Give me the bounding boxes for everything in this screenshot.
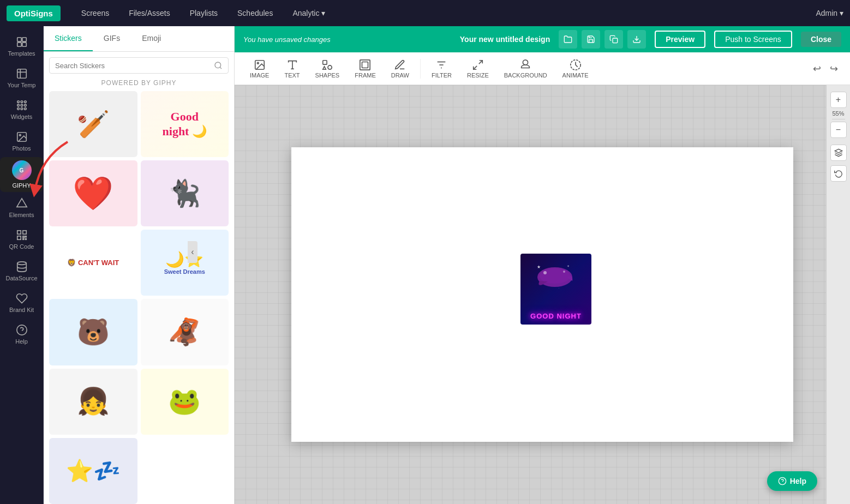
sticker-star-emoji: ⭐💤: [49, 438, 137, 504]
sidebar-item-help[interactable]: Help: [0, 319, 43, 350]
search-input[interactable]: [55, 62, 214, 70]
svg-rect-20: [17, 236, 20, 239]
sticker-cant-wait-text: 🦁 CAN'T WAIT: [49, 230, 137, 296]
tab-emoji[interactable]: Emoji: [131, 26, 172, 51]
sidebar-item-brand-kit[interactable]: Brand Kit: [0, 287, 43, 319]
sticker-heart[interactable]: ❤️: [49, 160, 137, 226]
nav-playlists[interactable]: Playlists: [180, 1, 228, 25]
draw-tool-icon: [394, 59, 406, 71]
tool-bar: IMAGE TEXT SHAPES FRAM: [235, 52, 850, 85]
tab-gifs[interactable]: GIFs: [93, 26, 131, 51]
svg-point-10: [17, 104, 19, 106]
history-button[interactable]: [830, 165, 847, 182]
canvas-good-night-sticker[interactable]: ★ ✦ · GOOD NIGHT: [520, 254, 591, 325]
svg-point-11: [21, 104, 23, 106]
sticker-monkey[interactable]: 🦧: [141, 299, 229, 365]
nav-files[interactable]: Files/Assets: [119, 1, 179, 25]
undo-button[interactable]: ↩: [810, 61, 824, 77]
sticker-cricket[interactable]: 🏏: [49, 91, 137, 157]
sidebar-item-elements[interactable]: Elements: [0, 192, 43, 224]
svg-marker-38: [323, 66, 326, 69]
canvas-workspace: ★ ✦ · GOOD NIGHT + 55% −: [235, 85, 850, 504]
nav-items: Screens Files/Assets Playlists Schedules…: [71, 1, 336, 25]
zoom-separator: [832, 119, 845, 119]
sticker-bear[interactable]: 🐻: [49, 299, 137, 365]
tool-filter[interactable]: FILTER: [425, 56, 458, 82]
tool-background[interactable]: BACKGROUND: [498, 56, 554, 82]
sticker-sleeping-star[interactable]: ⭐💤: [49, 438, 137, 504]
svg-rect-39: [360, 59, 370, 69]
sidebar-item-photos[interactable]: Photos: [0, 125, 43, 157]
svg-rect-0: [17, 38, 21, 41]
sticker-frog-emoji: 🐸: [141, 369, 229, 435]
sidebar-item-datasource[interactable]: DataSource: [0, 255, 43, 287]
tool-image[interactable]: IMAGE: [243, 56, 276, 82]
redo-button[interactable]: ↪: [827, 61, 841, 77]
sticker-cat-emoji: 🐈‍⬛: [141, 160, 229, 226]
tool-animate[interactable]: ANIMATE: [556, 56, 595, 82]
svg-rect-22: [25, 238, 26, 239]
sidebar-item-giphy[interactable]: G GIPHY: [0, 157, 43, 192]
nav-analytic[interactable]: Analytic ▾: [283, 1, 335, 25]
help-fab-button[interactable]: Help: [767, 471, 817, 491]
star-icon: [16, 68, 28, 80]
preview-button[interactable]: Preview: [655, 31, 705, 48]
sticker-grid: 🏏 Goodnight 🌙 ❤️ 🐈‍⬛ 🦁 CAN'T WAIT: [44, 91, 234, 504]
svg-rect-24: [22, 238, 23, 239]
sticker-cant-wait[interactable]: 🦁 CAN'T WAIT: [49, 230, 137, 296]
giphy-icon: G: [12, 160, 32, 180]
tool-draw[interactable]: DRAW: [385, 56, 416, 82]
svg-point-33: [257, 62, 259, 64]
sticker-good-night[interactable]: Goodnight 🌙: [141, 91, 229, 157]
brand-icon: [16, 292, 28, 304]
tool-resize[interactable]: RESIZE: [460, 56, 495, 82]
sidebar-item-qr-code[interactable]: QR Code: [0, 224, 43, 255]
tool-frame[interactable]: FRAME: [348, 56, 382, 82]
admin-menu[interactable]: Admin ▾: [816, 9, 843, 17]
unsaved-message: You have unsaved changes: [243, 35, 451, 44]
image-tool-icon: [254, 59, 266, 71]
close-button[interactable]: Close: [801, 32, 841, 47]
save-button[interactable]: [582, 30, 600, 49]
sidebar-item-your-temp[interactable]: Your Temp: [0, 62, 43, 94]
svg-text:★: ★: [537, 265, 541, 269]
tool-shapes[interactable]: SHAPES: [309, 56, 346, 82]
svg-point-28: [215, 62, 221, 68]
svg-point-13: [17, 108, 19, 110]
layers-button[interactable]: [830, 145, 847, 161]
svg-rect-21: [22, 236, 24, 238]
sticker-sweet-dreams[interactable]: 🌙⭐ Sweet Dreams: [141, 230, 229, 296]
copy-button[interactable]: [604, 30, 623, 49]
design-canvas[interactable]: ★ ✦ · GOOD NIGHT: [291, 147, 793, 442]
unsaved-bar: You have unsaved changes Your new untitl…: [235, 26, 850, 52]
svg-rect-1: [22, 38, 26, 41]
nav-schedules[interactable]: Schedules: [228, 1, 283, 25]
nav-screens[interactable]: Screens: [71, 1, 119, 25]
resize-tool-icon: [472, 59, 484, 71]
svg-point-15: [24, 108, 26, 110]
tab-stickers[interactable]: Stickers: [44, 26, 93, 51]
tool-text[interactable]: TEXT: [278, 56, 306, 82]
zoom-in-button[interactable]: +: [830, 92, 847, 108]
app-logo[interactable]: OptiSigns: [7, 5, 61, 21]
canvas-area: You have unsaved changes Your new untitl…: [235, 26, 850, 504]
svg-rect-18: [17, 231, 20, 234]
sticker-frog[interactable]: 🐸: [141, 369, 229, 435]
filter-tool-icon: [435, 59, 447, 71]
svg-point-9: [24, 101, 26, 103]
sticker-girl[interactable]: 👧: [49, 369, 137, 435]
chevron-down-icon: ▾: [321, 9, 325, 17]
sidebar-item-templates[interactable]: Templates: [0, 31, 43, 62]
top-nav: OptiSigns Screens Files/Assets Playlists…: [0, 0, 850, 26]
open-folder-button[interactable]: [559, 30, 577, 49]
sidebar-item-widgets[interactable]: Widgets: [0, 94, 43, 125]
push-to-screens-button[interactable]: Push to Screens: [714, 31, 792, 48]
panel-collapse-arrow[interactable]: ‹: [188, 241, 197, 263]
zoom-out-button[interactable]: −: [830, 122, 847, 138]
svg-point-37: [328, 65, 332, 69]
sticker-cat[interactable]: 🐈‍⬛: [141, 160, 229, 226]
download-button[interactable]: [627, 30, 646, 49]
main-layout: Templates Your Temp Widgets Photos: [0, 26, 850, 504]
undo-redo-group: ↩ ↪: [810, 61, 841, 77]
svg-marker-56: [835, 149, 842, 153]
